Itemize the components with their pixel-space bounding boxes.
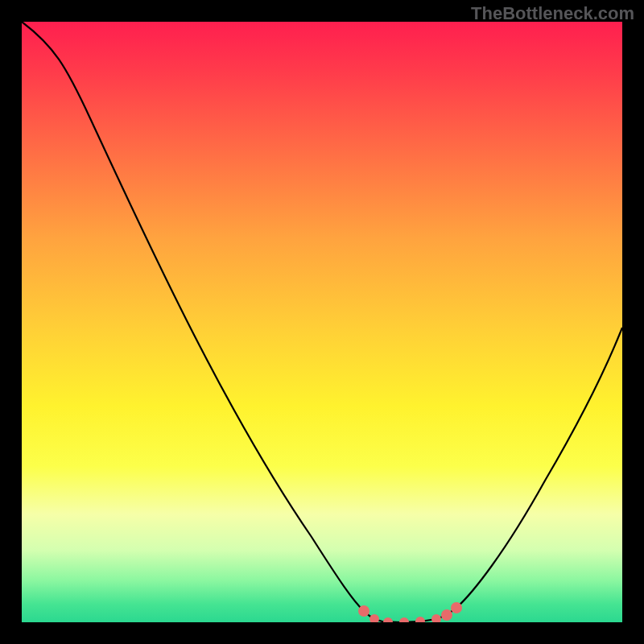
- chart-frame: TheBottleneck.com: [0, 0, 644, 644]
- curve-marker: [369, 614, 379, 622]
- curve-marker: [383, 617, 393, 622]
- curve-marker: [431, 614, 441, 622]
- curve-marker: [399, 617, 409, 622]
- marker-group: [358, 602, 462, 622]
- curve-marker: [415, 617, 425, 622]
- chart-svg: [22, 22, 622, 622]
- watermark-text: TheBottleneck.com: [471, 3, 634, 24]
- curve-marker: [451, 602, 462, 613]
- bottleneck-curve: [22, 22, 622, 622]
- curve-marker: [358, 605, 369, 617]
- curve-marker: [441, 609, 452, 621]
- plot-area: [22, 22, 622, 622]
